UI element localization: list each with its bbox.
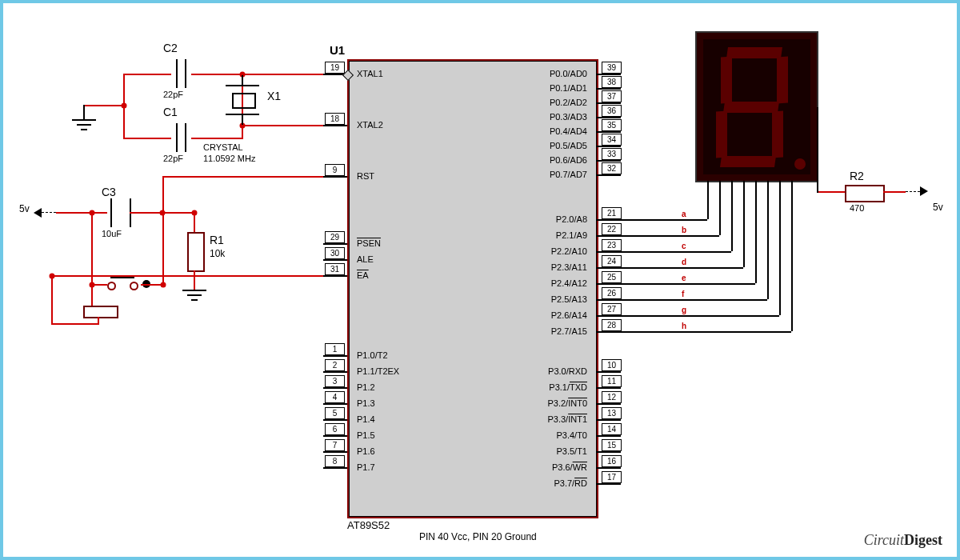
pin-name: P1.2 bbox=[357, 382, 375, 392]
pin-name: P1.7 bbox=[357, 462, 375, 472]
pin-stub bbox=[597, 160, 621, 162]
seg-wire bbox=[767, 192, 769, 299]
pin-stub bbox=[597, 146, 621, 147]
c3-val: 10uF bbox=[102, 229, 122, 238]
pin-name: XTAL2 bbox=[357, 120, 383, 130]
pin-num: 17 bbox=[602, 471, 622, 483]
pin-name: P3.2/INT0 bbox=[499, 398, 587, 408]
pin-name: P3.3/INT1 bbox=[499, 414, 587, 424]
pin-stub bbox=[597, 131, 621, 133]
pin-num: 36 bbox=[602, 105, 622, 117]
seg-label: b bbox=[682, 226, 686, 234]
wire bbox=[883, 191, 906, 193]
pin-stub bbox=[597, 219, 621, 221]
pin-stub bbox=[597, 331, 621, 333]
pin-num: 31 bbox=[325, 263, 345, 275]
pin-name: P3.1/TXD bbox=[499, 382, 587, 392]
pin-num: 3 bbox=[325, 375, 345, 387]
pin-stub bbox=[597, 315, 621, 317]
pin-num: 39 bbox=[602, 62, 622, 74]
wire bbox=[123, 74, 171, 75]
pin-stub bbox=[597, 371, 621, 373]
seg-label: c bbox=[682, 242, 686, 250]
r1-val: 10k bbox=[210, 248, 225, 259]
wire bbox=[191, 74, 242, 75]
pin-stub bbox=[597, 419, 621, 421]
pin-stub bbox=[323, 243, 347, 245]
wire bbox=[162, 176, 323, 178]
pin-name: P2.4/A12 bbox=[499, 278, 587, 288]
pin-name: P0.6/AD6 bbox=[499, 155, 587, 165]
pin-num: 24 bbox=[602, 255, 622, 267]
crystal bbox=[226, 85, 259, 115]
resistor-r2 bbox=[845, 185, 885, 202]
seg-pin bbox=[779, 181, 781, 192]
pin-num: 16 bbox=[602, 455, 622, 467]
pin-name: P2.0/A8 bbox=[499, 214, 587, 224]
seg-wire bbox=[707, 192, 709, 219]
c1-val: 22pF bbox=[163, 154, 183, 163]
pin-num: 8 bbox=[325, 455, 345, 467]
capacitor-c2 bbox=[171, 59, 191, 88]
pin-stub bbox=[597, 117, 621, 118]
pin-num: 13 bbox=[602, 407, 622, 419]
pin-num: 19 bbox=[325, 62, 345, 74]
wire bbox=[98, 317, 99, 325]
pin-stub bbox=[597, 435, 621, 437]
pin-name: P1.1/T2EX bbox=[357, 366, 399, 376]
pin-num: 33 bbox=[602, 148, 622, 160]
pin-stub bbox=[597, 467, 621, 469]
pin-num: 32 bbox=[602, 162, 622, 174]
dash bbox=[42, 212, 56, 213]
pin-num: 26 bbox=[602, 287, 622, 299]
pin-num: 38 bbox=[602, 76, 622, 88]
seg-pin bbox=[791, 181, 793, 192]
r1-ref: R1 bbox=[210, 234, 224, 246]
pin-stub bbox=[597, 174, 621, 176]
pin-name: P0.0/AD0 bbox=[499, 69, 587, 78]
pin-name: P2.5/A13 bbox=[499, 294, 587, 304]
wire bbox=[51, 275, 323, 277]
seg-wire bbox=[621, 315, 779, 317]
x1-val: CRYSTAL bbox=[203, 142, 243, 152]
pin-name: P0.1/AD1 bbox=[499, 83, 587, 93]
gnd bbox=[182, 290, 206, 291]
seven-segment bbox=[695, 31, 818, 182]
pin-stub bbox=[597, 74, 621, 75]
gnd bbox=[187, 294, 202, 296]
pin-num: 4 bbox=[325, 391, 345, 403]
resistor-r1 bbox=[187, 232, 205, 272]
seg-label: e bbox=[682, 274, 686, 282]
pin-stub bbox=[597, 483, 621, 485]
pin-stub bbox=[597, 283, 621, 285]
gnd bbox=[191, 299, 198, 301]
five-v-label: 5v bbox=[933, 202, 943, 213]
pin-num: 37 bbox=[602, 90, 622, 102]
pin-stub bbox=[323, 125, 347, 126]
wire bbox=[162, 176, 164, 213]
pin-stub bbox=[323, 467, 347, 469]
capacitor-c1 bbox=[171, 123, 191, 152]
seg-wire bbox=[621, 219, 707, 221]
pin-stub bbox=[597, 235, 621, 237]
seg-wire bbox=[621, 283, 755, 285]
pin-name: XTAL1 bbox=[357, 69, 383, 78]
seg-wire bbox=[731, 192, 733, 251]
pin-name: ALE bbox=[357, 254, 374, 264]
wire-blk bbox=[817, 107, 818, 193]
seg-wire bbox=[621, 251, 731, 253]
schematic-frame: U1 AT89S52 PIN 40 Vcc, PIN 20 Ground 19 … bbox=[0, 0, 960, 560]
pin-num: 28 bbox=[602, 319, 622, 331]
c2-val: 22pF bbox=[163, 90, 183, 99]
pin-num: 10 bbox=[602, 359, 622, 371]
pin-stub bbox=[597, 267, 621, 269]
pin-num: 14 bbox=[602, 423, 622, 435]
seg-wire bbox=[621, 299, 767, 301]
pin-name: P3.0/RXD bbox=[499, 366, 587, 376]
wire bbox=[91, 212, 93, 284]
pin-name: P0.3/AD3 bbox=[499, 112, 587, 122]
ic-ref: U1 bbox=[330, 43, 345, 57]
wire bbox=[51, 323, 99, 325]
seg-pin bbox=[731, 181, 733, 192]
pin-stub bbox=[323, 355, 347, 357]
